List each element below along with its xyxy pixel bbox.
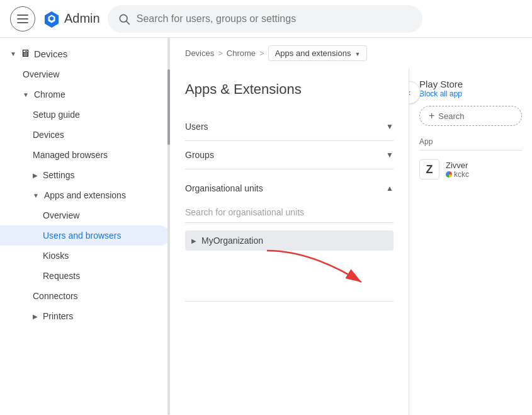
breadcrumb-devices[interactable]: Devices — [185, 48, 214, 58]
google-logo: Admin — [43, 10, 100, 28]
sidebar-item-requests[interactable]: Requests — [0, 266, 170, 286]
connectors-label: Connectors — [33, 291, 78, 301]
scrollbar-track — [167, 38, 170, 415]
sidebar-item-devices-header[interactable]: ▼ 🖥 Devices — [0, 43, 170, 64]
users-filter-header[interactable]: Users ▼ — [185, 113, 393, 140]
org-item-label: MyOrganization — [201, 236, 263, 246]
org-units-filter-header[interactable]: Organisational units ▲ — [185, 174, 393, 202]
overview-label: Overview — [23, 69, 59, 79]
search-pill-label: Search — [438, 111, 464, 121]
chevron-left-icon: ‹ — [409, 88, 410, 98]
sidebar-item-chrome[interactable]: ▼ Chrome — [0, 84, 170, 105]
users-filter-section: Users ▼ — [185, 113, 393, 141]
sidebar-item-kiosks[interactable]: Kiosks — [0, 246, 170, 266]
org-units-label: Organisational units — [185, 183, 263, 193]
breadcrumb: Devices > Chrome > Apps and extensions — [170, 38, 532, 69]
sidebar-item-apps-overview[interactable]: Overview — [0, 205, 170, 225]
org-item-myorganization[interactable]: ▶ MyOrganization — [185, 230, 393, 251]
sidebar-item-users-browsers[interactable]: Users and browsers — [0, 225, 170, 246]
main-layout: ▼ 🖥 Devices Overview ▼ Chrome Setup guid… — [0, 38, 532, 415]
google-hex-icon — [43, 10, 60, 28]
chrome-label: Chrome — [34, 89, 65, 99]
menu-button[interactable] — [10, 6, 35, 31]
split-content: Apps & Extensions Users ▼ Groups ▼ — [170, 69, 532, 415]
play-store-section: Play Store Block all app — [419, 79, 463, 98]
sidebar-devices-label: Devices — [34, 48, 67, 59]
settings-label: Settings — [43, 170, 75, 180]
col-header-app: App — [419, 134, 522, 151]
search-input[interactable] — [137, 13, 412, 25]
users-browsers-label: Users and browsers — [43, 230, 122, 241]
search-pill[interactable]: + Search — [419, 106, 522, 126]
printers-label: Printers — [43, 311, 73, 321]
sidebar-scrollbar[interactable] — [167, 38, 170, 415]
sidebar-item-overview[interactable]: Overview — [0, 64, 170, 84]
breadcrumb-dropdown-icon — [353, 48, 360, 58]
search-icon — [118, 13, 130, 25]
org-search-input[interactable] — [185, 202, 393, 223]
sidebar-item-printers[interactable]: ▶ Printers — [0, 306, 170, 326]
groups-label: Groups — [185, 150, 214, 160]
kiosks-label: Kiosks — [43, 251, 69, 261]
app-icon: Z — [419, 159, 439, 179]
groups-filter-section: Groups ▼ — [185, 141, 393, 169]
chevron-right-icon: ▶ — [33, 313, 38, 320]
app-row-zivver: Z Zivver kckc — [419, 156, 522, 183]
right-panel-header: Play Store Block all app — [419, 79, 522, 98]
breadcrumb-sep2: > — [259, 48, 264, 58]
app-id-text: kckc — [454, 170, 469, 179]
search-plus-icon: + — [429, 110, 434, 122]
app-header: Admin — [0, 0, 532, 38]
search-bar[interactable] — [108, 5, 422, 33]
block-all-button[interactable]: Block all app — [419, 89, 463, 98]
content-area: Devices > Chrome > Apps and extensions A… — [170, 38, 532, 415]
annotation-arrow-svg — [261, 244, 387, 301]
apps-extensions-label: Apps and extensions — [44, 190, 126, 200]
org-units-section: Organisational units ▲ ▶ MyOrganization — [185, 169, 393, 302]
requests-label: Requests — [43, 271, 80, 281]
sidebar-item-setup-guide[interactable]: Setup guide — [0, 105, 170, 125]
breadcrumb-current[interactable]: Apps and extensions — [268, 45, 368, 61]
sidebar-item-apps-extensions[interactable]: ▼ Apps and extensions — [0, 185, 170, 205]
svg-line-1 — [126, 21, 129, 24]
chevron-down-icon: ▼ — [10, 50, 16, 57]
managed-browsers-label: Managed browsers — [33, 150, 108, 160]
users-label: Users — [185, 122, 208, 132]
apps-overview-label: Overview — [43, 210, 79, 220]
setup-guide-label: Setup guide — [33, 110, 80, 120]
monitor-icon: 🖥 — [20, 48, 30, 59]
groups-chevron-down-icon: ▼ — [386, 151, 393, 159]
sidebar-item-devices-sub[interactable]: Devices — [0, 125, 170, 145]
hamburger-icon — [17, 14, 28, 23]
devices-sub-label: Devices — [33, 130, 64, 140]
org-item-chevron-right-icon: ▶ — [191, 237, 196, 244]
app-title: Admin — [64, 11, 100, 26]
sidebar-item-connectors[interactable]: Connectors — [0, 286, 170, 306]
right-panel: ‹ Play Store Block all app + Search App … — [409, 69, 532, 415]
chevron-right-icon: ▶ — [33, 172, 38, 179]
chevron-down-icon: ▼ — [23, 91, 29, 98]
chrome-icon — [446, 171, 452, 178]
breadcrumb-chrome[interactable]: Chrome — [227, 48, 256, 58]
users-chevron-down-icon: ▼ — [386, 122, 393, 131]
play-store-title: Play Store — [419, 79, 463, 89]
left-panel: Apps & Extensions Users ▼ Groups ▼ — [170, 69, 409, 415]
scrollbar-thumb — [167, 69, 170, 145]
org-units-chevron-up-icon: ▲ — [386, 184, 393, 193]
app-info: Zivver kckc — [446, 161, 469, 179]
breadcrumb-sep1: > — [218, 48, 223, 58]
app-id: kckc — [446, 170, 469, 179]
chevron-down-icon: ▼ — [33, 192, 39, 199]
sidebar: ▼ 🖥 Devices Overview ▼ Chrome Setup guid… — [0, 38, 170, 415]
app-name: Zivver — [446, 161, 469, 170]
breadcrumb-current-label: Apps and extensions — [275, 48, 351, 58]
panel-title: Apps & Extensions — [185, 81, 393, 98]
sidebar-item-managed-browsers[interactable]: Managed browsers — [0, 145, 170, 165]
annotation-arrow-container — [185, 251, 393, 301]
groups-filter-header[interactable]: Groups ▼ — [185, 141, 393, 169]
sidebar-item-settings[interactable]: ▶ Settings — [0, 165, 170, 185]
